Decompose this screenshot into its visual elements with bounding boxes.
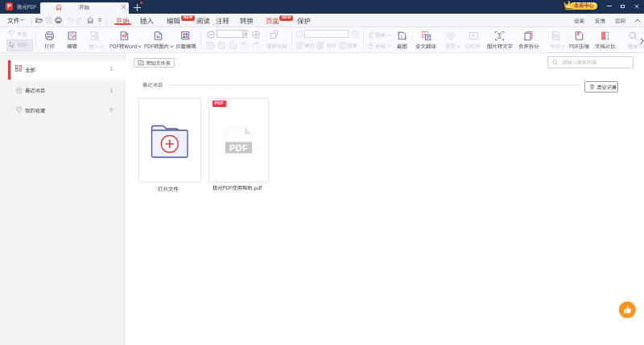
svg-text:PDF: PDF (229, 143, 249, 153)
